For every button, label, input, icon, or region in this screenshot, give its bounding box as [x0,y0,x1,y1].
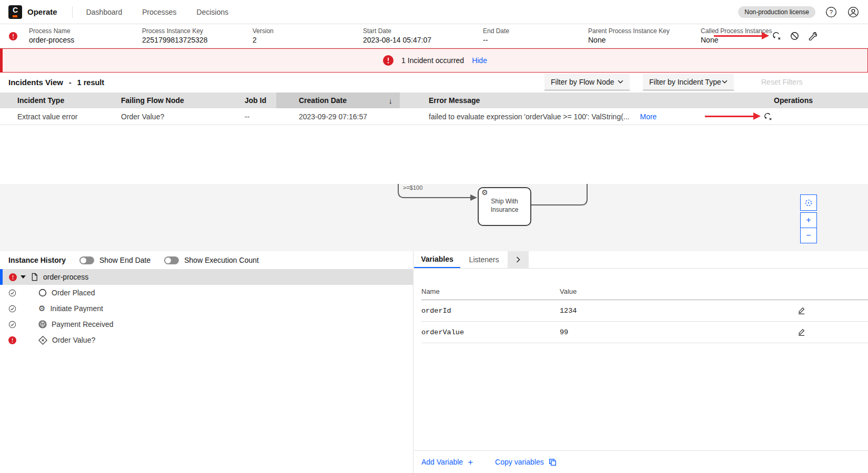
service-task-gear-icon: ⚙ [481,188,488,197]
variables-tabs: Variables Listeners [414,251,868,269]
logo-letter: C [8,6,22,14]
retry-incident-button[interactable] [763,112,773,121]
variables-footer: Add Variable + Copy variables [414,450,868,473]
svg-text:?: ? [830,9,833,15]
tab-variables[interactable]: Variables [414,251,460,268]
annotation-arrow-retry-instance [714,35,762,37]
task-ship-with-insurance[interactable]: ⚙ Ship With Insurance [478,187,531,226]
variable-name: orderValue [421,328,560,336]
chevron-down-icon [722,80,728,84]
variables-table: Name Value orderId 1234 orderValue 99 [421,268,868,343]
diagram-zoom-out-button[interactable]: − [800,228,817,243]
reset-filters-button[interactable]: Reset Filters [761,74,803,90]
field-parent-process-instance-key: Parent Process Instance Key None [588,27,670,45]
show-end-date-toggle[interactable] [79,256,94,264]
service-task-gear-icon: ⚙ [38,304,45,313]
variable-name: orderId [421,307,560,315]
tab-listeners[interactable]: Listeners [460,251,508,268]
version-link[interactable]: 2 [253,35,274,45]
incident-status-icon [9,273,17,281]
tree-item-order-value-gateway[interactable]: Order Value? [0,332,413,348]
camunda-logo-icon: C [8,5,22,19]
col-operations: Operations [705,92,868,108]
retry-instance-button[interactable] [772,31,781,40]
plus-icon: + [468,458,473,467]
filter-by-flow-node-dropdown[interactable]: Filter by Flow Node [544,74,630,90]
collapse-caret-icon[interactable] [21,275,26,279]
col-name: Name [421,287,560,295]
col-job-id: Job Id [245,92,276,108]
tree-item-order-placed[interactable]: Order Placed [0,285,413,301]
tabs-overflow-button[interactable] [508,251,529,268]
incident-status-icon [8,336,16,344]
field-process-instance-key: Process Instance Key 2251799813725328 [142,27,208,45]
field-process-name: Process Name order-process [29,27,74,45]
banner-error-icon [383,55,393,66]
sequence-flow-lines [0,184,868,251]
failing-flow-node-value: Order Value? [121,108,245,125]
instance-history-panel: Instance History Show End Date Show Exec… [0,251,413,473]
diagram-zoom-in-button[interactable]: + [800,212,817,228]
banner-message: 1 Incident occurred [401,56,464,65]
incident-status-icon [9,32,17,40]
tree-item-order-process[interactable]: order-process [0,269,413,285]
license-badge: Non-production license [738,6,815,18]
instance-operations [772,31,868,40]
message-catch-event-icon [38,320,47,328]
job-id-value: -- [245,108,276,125]
incidents-view-panel: Incidents View - 1 result Filter by Flow… [0,73,868,184]
col-creation-date-sorted[interactable]: Creation Date ↓ [276,92,400,108]
sequence-flow-label: >=$100 [403,184,422,191]
col-value: Value [560,287,794,295]
nav-item-processes[interactable]: Processes [142,8,176,16]
sort-descending-icon[interactable]: ↓ [389,96,393,105]
incident-banner: 1 Incident occurred Hide [0,48,868,73]
col-incident-type: Incident Type [0,92,121,108]
bpmn-diagram-canvas[interactable]: >=$100 ⚙ Ship With Insurance + − [0,184,868,251]
app-title: Operate [27,7,57,16]
incidents-result-count: 1 result [77,78,105,87]
col-failing-flow-node: Failing Flow Node [121,92,245,108]
field-start-date: Start Date 2023-08-14 05:47:07 [363,27,431,45]
incidents-view-title: Incidents View - 1 result [8,78,104,87]
nav-item-decisions[interactable]: Decisions [197,8,229,16]
instance-history-title: Instance History [8,256,66,264]
modify-instance-wrench-button[interactable] [808,31,817,40]
edit-variable-button[interactable] [798,307,805,315]
error-message-more-link[interactable]: More [640,112,657,121]
show-execution-count-toggle[interactable] [164,256,179,264]
variable-value: 99 [560,328,794,336]
error-message-value: failed to evaluate expression 'orderValu… [429,112,630,121]
nav-item-dashboard[interactable]: Dashboard [86,8,123,16]
variable-value: 1234 [560,307,794,315]
copy-variables-button[interactable]: Copy variables [495,458,557,466]
center-view-icon [804,199,813,207]
user-profile-icon[interactable] [847,6,860,18]
variable-row-orderId: orderId 1234 [421,300,868,322]
incidents-table-header: Incident Type Failing Flow Node Job Id C… [0,92,868,108]
col-error-message: Error Message [400,92,705,108]
cancel-instance-button[interactable] [790,31,799,40]
bottom-panels: Instance History Show End Date Show Exec… [0,251,868,473]
tree-item-payment-received[interactable]: Payment Received [0,316,413,332]
hide-incidents-link[interactable]: Hide [472,56,487,65]
tree-item-initiate-payment[interactable]: ⚙ Initiate Payment [0,301,413,316]
process-instance-header: Process Name order-process Process Insta… [0,25,868,48]
check-circle-icon [8,289,16,297]
edit-variable-button[interactable] [798,328,805,336]
variables-panel: Variables Listeners Name Value orderId 1… [414,251,868,473]
check-circle-icon [8,305,16,313]
main-nav: Dashboard Processes Decisions [86,8,229,16]
chevron-right-icon [516,256,520,263]
diagram-reset-view-button[interactable] [800,194,817,211]
help-icon[interactable]: ? [825,6,837,18]
chevron-down-icon [618,80,623,84]
field-end-date: End Date -- [483,27,509,45]
variables-table-header: Name Value [421,268,868,300]
exclusive-gateway-icon [38,336,47,345]
copy-icon [549,458,557,466]
start-event-icon [38,289,47,297]
filter-by-incident-type-dropdown[interactable]: Filter by Incident Type [643,74,734,90]
nav-divider [72,6,73,18]
add-variable-button[interactable]: Add Variable + [421,458,473,467]
